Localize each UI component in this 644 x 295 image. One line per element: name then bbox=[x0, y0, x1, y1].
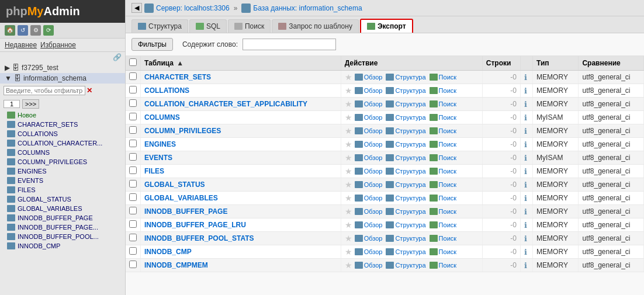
table-name-link[interactable]: GLOBAL_STATUS bbox=[144, 181, 205, 189]
page-input[interactable] bbox=[4, 100, 20, 108]
browse-link[interactable]: Обзор bbox=[354, 100, 384, 108]
table-name-link[interactable]: COLUMN_PRIVILEGES bbox=[144, 127, 221, 135]
table-name-link[interactable]: COLLATIONS bbox=[144, 86, 189, 95]
next-page-button[interactable]: >>> bbox=[22, 99, 39, 109]
sidebar-item-collation-charset[interactable]: COLLATION_CHARACTER... bbox=[0, 138, 125, 148]
browse-link[interactable]: Обзор bbox=[354, 221, 384, 229]
struct-link[interactable]: Структура bbox=[385, 86, 427, 95]
table-name-link[interactable]: INNODB_BUFFER_PAGE_LRU bbox=[144, 221, 246, 229]
recent-link[interactable]: Недавнее bbox=[5, 41, 37, 49]
favorites-link[interactable]: Избранное bbox=[40, 41, 76, 49]
browse-link[interactable]: Обзор bbox=[354, 194, 384, 202]
favorite-star[interactable]: ★ bbox=[345, 247, 352, 256]
row-checkbox[interactable] bbox=[129, 99, 137, 107]
sidebar-new-table[interactable]: Новое bbox=[0, 110, 125, 120]
table-name-link[interactable]: INNODB_BUFFER_POOL_STATS bbox=[144, 234, 254, 242]
browse-link[interactable]: Обзор bbox=[354, 86, 384, 95]
tab-sql[interactable]: SQL bbox=[189, 19, 227, 33]
sidebar-item-innodb-buffer-pool[interactable]: INNODB_BUFFER_POOL... bbox=[0, 232, 125, 241]
row-checkbox[interactable] bbox=[129, 86, 137, 93]
browse-link[interactable]: Обзор bbox=[354, 181, 384, 189]
row-checkbox[interactable] bbox=[129, 166, 137, 174]
filter-input[interactable] bbox=[243, 39, 336, 50]
row-checkbox[interactable] bbox=[129, 180, 137, 188]
struct-link[interactable]: Структура bbox=[385, 73, 427, 81]
row-checkbox[interactable] bbox=[129, 126, 137, 134]
struct-link[interactable]: Структура bbox=[385, 234, 427, 242]
sidebar-item-character-sets[interactable]: CHARACTER_SETS bbox=[0, 120, 125, 129]
row-checkbox[interactable] bbox=[129, 193, 137, 201]
favorite-star[interactable]: ★ bbox=[345, 220, 352, 230]
table-name-link[interactable]: FILES bbox=[144, 167, 164, 175]
sidebar-item-events[interactable]: EVENTS bbox=[0, 176, 125, 185]
struct-link[interactable]: Структура bbox=[385, 140, 427, 148]
db-breadcrumb[interactable]: База данных: information_schema bbox=[253, 4, 362, 12]
row-checkbox[interactable] bbox=[129, 113, 137, 120]
browse-link[interactable]: Обзор bbox=[354, 127, 384, 135]
table-name-link[interactable]: COLLATION_CHARACTER_SET_APPLICABILITY bbox=[144, 100, 307, 108]
favorite-star[interactable]: ★ bbox=[345, 72, 352, 82]
favorite-star[interactable]: ★ bbox=[345, 261, 352, 270]
search-link[interactable]: Поиск bbox=[428, 248, 458, 256]
filter-button[interactable]: Фильтры bbox=[131, 38, 173, 51]
sidebar-item-engines[interactable]: ENGINES bbox=[0, 166, 125, 176]
favorite-star[interactable]: ★ bbox=[345, 234, 352, 243]
sidebar-item-f37295[interactable]: ▶ 🗄 f37295_test bbox=[0, 63, 125, 73]
row-checkbox[interactable] bbox=[129, 220, 137, 228]
search-link[interactable]: Поиск bbox=[428, 167, 458, 175]
info-icon[interactable]: ℹ bbox=[524, 127, 527, 136]
search-link[interactable]: Поиск bbox=[428, 221, 458, 229]
table-name-link[interactable]: INNODB_CMPMEM bbox=[144, 261, 208, 269]
search-link[interactable]: Поиск bbox=[428, 73, 458, 81]
info-icon[interactable]: ℹ bbox=[524, 248, 527, 256]
tab-poisk[interactable]: Поиск bbox=[228, 19, 271, 33]
sidebar-item-global-status[interactable]: GLOBAL_STATUS bbox=[0, 195, 125, 204]
sidebar-item-column-privileges[interactable]: COLUMN_PRIVILEGES bbox=[0, 157, 125, 166]
row-checkbox[interactable] bbox=[129, 207, 137, 214]
col-name[interactable]: Таблица ▲ bbox=[141, 56, 341, 71]
table-name-link[interactable]: GLOBAL_VARIABLES bbox=[144, 194, 218, 202]
info-icon[interactable]: ℹ bbox=[524, 86, 527, 95]
table-name-link[interactable]: CHARACTER_SETS bbox=[144, 73, 211, 81]
table-name-link[interactable]: EVENTS bbox=[144, 154, 172, 162]
struct-link[interactable]: Структура bbox=[385, 113, 427, 122]
recent-icon[interactable]: ↺ bbox=[18, 25, 28, 36]
favorite-star[interactable]: ★ bbox=[345, 166, 352, 176]
struct-link[interactable]: Структура bbox=[385, 127, 427, 135]
sidebar-item-files[interactable]: FILES bbox=[0, 185, 125, 195]
settings-icon[interactable]: ⚙ bbox=[30, 25, 41, 36]
search-link[interactable]: Поиск bbox=[428, 113, 458, 122]
browse-link[interactable]: Обзор bbox=[354, 154, 384, 162]
back-button[interactable]: ◀ bbox=[131, 3, 142, 13]
struct-link[interactable]: Структура bbox=[385, 154, 427, 162]
row-checkbox[interactable] bbox=[129, 261, 137, 268]
search-link[interactable]: Поиск bbox=[428, 86, 458, 95]
tab-struktura[interactable]: Структура bbox=[131, 19, 188, 33]
row-checkbox[interactable] bbox=[129, 72, 137, 80]
sidebar-item-columns[interactable]: COLUMNS bbox=[0, 148, 125, 157]
info-icon[interactable]: ℹ bbox=[524, 207, 527, 216]
row-checkbox[interactable] bbox=[129, 140, 137, 147]
sync-icon[interactable]: ⟳ bbox=[43, 25, 54, 36]
row-checkbox[interactable] bbox=[129, 247, 137, 255]
struct-link[interactable]: Структура bbox=[385, 221, 427, 229]
info-icon[interactable]: ℹ bbox=[524, 181, 527, 189]
browse-link[interactable]: Обзор bbox=[354, 207, 384, 216]
search-link[interactable]: Поиск bbox=[428, 234, 458, 242]
favorite-star[interactable]: ★ bbox=[345, 180, 352, 189]
browse-link[interactable]: Обзор bbox=[354, 140, 384, 148]
info-icon[interactable]: ℹ bbox=[524, 100, 527, 109]
sidebar-item-collations[interactable]: COLLATIONS bbox=[0, 129, 125, 138]
favorite-star[interactable]: ★ bbox=[345, 126, 352, 136]
info-icon[interactable]: ℹ bbox=[524, 194, 527, 203]
search-link[interactable]: Поиск bbox=[428, 154, 458, 162]
home-icon[interactable]: 🏠 bbox=[5, 25, 15, 36]
favorite-star[interactable]: ★ bbox=[345, 207, 352, 216]
info-icon[interactable]: ℹ bbox=[524, 140, 527, 149]
browse-link[interactable]: Обзор bbox=[354, 113, 384, 122]
search-link[interactable]: Поиск bbox=[428, 100, 458, 108]
sidebar-item-innodb-buffer-page2[interactable]: INNODB_BUFFER_PAGE... bbox=[0, 223, 125, 232]
row-checkbox[interactable] bbox=[129, 153, 137, 161]
struct-link[interactable]: Структура bbox=[385, 248, 427, 256]
info-icon[interactable]: ℹ bbox=[524, 73, 527, 82]
